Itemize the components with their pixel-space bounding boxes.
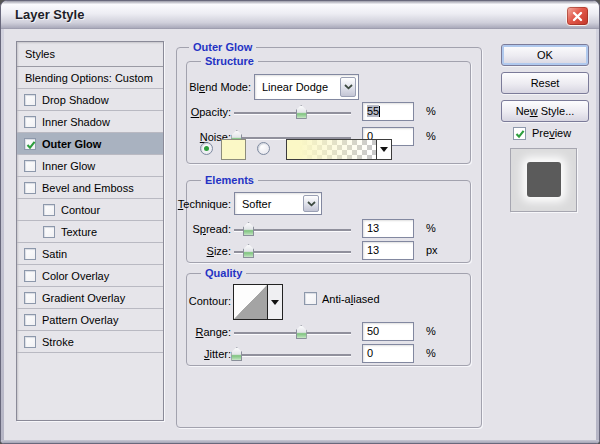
elements-group-title: Elements — [201, 174, 258, 186]
contour-dropdown-button[interactable] — [267, 285, 282, 319]
sidebar-item-bevel-and-emboss[interactable]: Bevel and Emboss — [17, 177, 163, 199]
close-button[interactable] — [566, 6, 589, 26]
contour-thumbnail[interactable] — [234, 285, 267, 319]
sidebar-item-label: Pattern Overlay — [42, 314, 118, 326]
checkbox-contour[interactable] — [43, 204, 55, 216]
noise-unit: % — [426, 130, 436, 142]
check-icon — [25, 139, 37, 151]
sidebar-item-label: Bevel and Emboss — [42, 182, 134, 194]
noise-label: Noise: — [141, 131, 231, 143]
checkbox-inner-shadow[interactable] — [24, 116, 36, 128]
size-slider[interactable] — [234, 251, 351, 253]
technique-dropdown-button[interactable] — [303, 195, 319, 212]
text-caret — [379, 106, 380, 117]
opacity-unit: % — [426, 105, 436, 117]
range-unit: % — [426, 325, 436, 337]
sidebar-item-label: Satin — [42, 248, 67, 260]
sidebar-item-label: Contour — [61, 204, 100, 216]
range-input[interactable]: 50 — [362, 322, 414, 341]
structure-group-title: Structure — [201, 55, 258, 67]
contour-label: Contour: — [141, 295, 231, 307]
contour-picker[interactable] — [233, 284, 283, 320]
blend-mode-dropdown-button[interactable] — [340, 77, 356, 97]
range-label: Range: — [141, 326, 231, 338]
sidebar-item-label: Inner Shadow — [42, 116, 110, 128]
jitter-label: Jitter: — [141, 348, 231, 360]
sidebar-item-color-overlay[interactable]: Color Overlay — [17, 265, 163, 287]
sidebar-item-blending-options[interactable]: Blending Options: Custom — [17, 67, 163, 89]
gradient-dropdown-button[interactable] — [376, 140, 391, 159]
glow-color-radio[interactable] — [200, 142, 213, 155]
glow-gradient-picker[interactable] — [286, 139, 392, 160]
quality-group-title: Quality — [201, 267, 246, 279]
opacity-slider[interactable] — [234, 112, 351, 114]
chevron-down-icon — [344, 84, 353, 90]
opacity-input[interactable]: 55 — [362, 102, 414, 121]
size-label: Size: — [141, 245, 231, 257]
new-style-button[interactable]: New Style... — [501, 100, 589, 122]
glow-gradient-radio[interactable] — [257, 142, 270, 155]
styles-header-label: Styles — [25, 48, 55, 60]
check-icon — [514, 128, 526, 140]
technique-select[interactable]: Softer — [234, 192, 322, 215]
glow-color-swatch[interactable] — [221, 139, 246, 160]
dropdown-arrow-icon — [271, 300, 279, 305]
checkbox-drop-shadow[interactable] — [24, 94, 36, 106]
spread-input[interactable]: 13 — [362, 219, 414, 238]
size-unit: px — [426, 244, 438, 256]
checkbox-bevel-and-emboss[interactable] — [24, 182, 36, 194]
checkbox-texture[interactable] — [43, 226, 55, 238]
sidebar-item-label: Blending Options: Custom — [25, 72, 153, 84]
reset-button[interactable]: Reset — [501, 72, 589, 94]
sidebar-item-label: Texture — [61, 226, 97, 238]
preview-glow-square — [527, 162, 561, 197]
technique-label: Technique: — [141, 198, 231, 210]
anti-aliased-checkbox[interactable] — [304, 292, 317, 305]
styles-list-header: Styles — [17, 42, 163, 67]
jitter-input[interactable]: 0 — [362, 344, 414, 363]
sidebar-item-label: Gradient Overlay — [42, 292, 125, 304]
blend-mode-label: Blend Mode: — [161, 81, 251, 93]
layer-style-dialog: Layer Style Styles Blending Options: Cus… — [0, 0, 600, 444]
checkbox-inner-glow[interactable] — [24, 160, 36, 172]
sidebar-item-label: Outer Glow — [42, 138, 101, 150]
blend-mode-value: Linear Dodge — [262, 81, 328, 93]
sidebar-item-label: Color Overlay — [42, 270, 109, 282]
spread-label: Spread: — [141, 223, 231, 235]
checkbox-outer-glow-checked[interactable] — [24, 138, 36, 150]
window-frame-right — [596, 29, 599, 443]
window-frame-left — [1, 29, 4, 443]
spread-slider[interactable] — [234, 229, 351, 231]
window-frame-bottom — [1, 440, 599, 443]
window-title: Layer Style — [15, 7, 84, 22]
close-icon — [572, 11, 583, 22]
checkbox-gradient-overlay[interactable] — [24, 292, 36, 304]
checkbox-satin[interactable] — [24, 248, 36, 260]
size-input[interactable]: 13 — [362, 241, 414, 260]
anti-aliased-label: Anti-aliased — [322, 293, 380, 305]
chevron-down-icon — [307, 201, 316, 207]
preview-label: Preview — [532, 127, 571, 139]
checkbox-stroke[interactable] — [24, 336, 36, 348]
ok-button[interactable]: OK — [501, 44, 589, 66]
sidebar-item-label: Stroke — [42, 336, 74, 348]
jitter-unit: % — [426, 347, 436, 359]
radio-dot — [204, 146, 209, 151]
sidebar-item-label: Inner Glow — [42, 160, 95, 172]
blend-mode-select[interactable]: Linear Dodge — [254, 74, 359, 100]
outer-glow-group-title: Outer Glow — [189, 41, 256, 53]
checkbox-color-overlay[interactable] — [24, 270, 36, 282]
style-preview-thumbnail — [510, 148, 577, 212]
jitter-slider[interactable] — [234, 354, 351, 356]
spread-unit: % — [426, 222, 436, 234]
technique-value: Softer — [242, 198, 271, 210]
preview-checkbox[interactable] — [513, 127, 526, 140]
sidebar-item-label: Drop Shadow — [42, 94, 109, 106]
title-bar[interactable]: Layer Style — [1, 1, 599, 29]
opacity-label: Opacity: — [141, 106, 231, 118]
sidebar-item-inner-glow[interactable]: Inner Glow — [17, 155, 163, 177]
dropdown-arrow-icon — [380, 147, 388, 152]
checkbox-pattern-overlay[interactable] — [24, 314, 36, 326]
range-slider[interactable] — [234, 332, 351, 334]
